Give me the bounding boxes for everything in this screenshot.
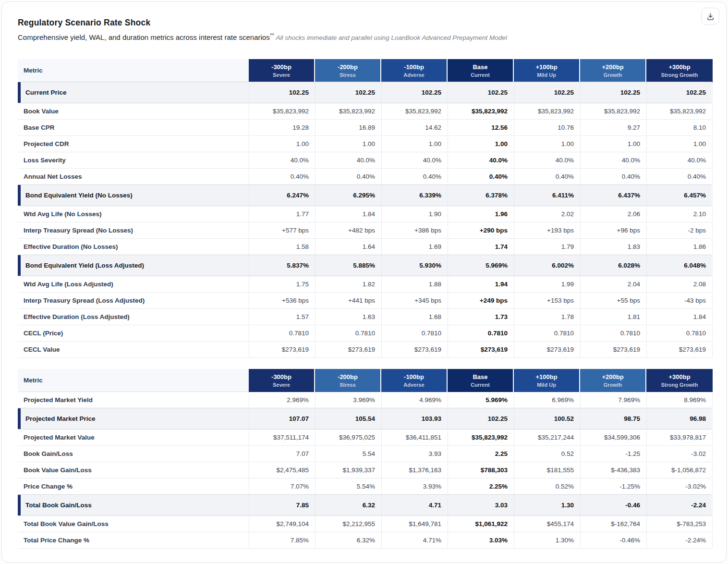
value-cell: 2.04 <box>580 276 646 292</box>
scenario-name-label: Adverse <box>403 382 424 388</box>
metric-label: Projected Market Price <box>18 408 249 429</box>
value-cell: 1.00 <box>315 136 381 152</box>
value-cell: 2.969% <box>249 392 315 408</box>
table-row: Total Book Gain/Loss7.856.324.713.031.30… <box>18 495 712 516</box>
metric-label: Projected Market Value <box>18 429 249 445</box>
scenario-shock-label: -300bp <box>271 63 291 71</box>
value-cell: $35,217,244 <box>514 429 580 445</box>
download-button[interactable] <box>701 8 719 25</box>
scenario-name-label: Mild Up <box>537 382 556 388</box>
scenario-column-header: BaseCurrent <box>448 59 514 82</box>
scenario-column-header: +100bpMild Up <box>514 59 580 82</box>
value-cell: 1.88 <box>381 276 448 292</box>
scenario-name-label: Stress <box>340 382 356 388</box>
value-cell: 6.32% <box>315 532 381 548</box>
value-cell: 1.00 <box>514 136 580 152</box>
value-cell: 8.10 <box>646 120 713 135</box>
scenario-shock-label: +300bp <box>668 373 690 381</box>
value-cell: +55 bps <box>580 293 646 308</box>
footnote-text: All shocks immediate and parallel using … <box>276 34 507 41</box>
value-cell: 3.93% <box>381 478 448 494</box>
metric-label: Bond Equivalent Yield (Loss Adjusted) <box>18 255 249 276</box>
value-cell: +96 bps <box>580 222 646 238</box>
value-cell: 0.7810 <box>580 325 646 341</box>
metric-label: Wtd Avg Life (No Losses) <box>18 206 249 222</box>
value-cell: 0.40% <box>646 169 713 184</box>
metric-label: CECL Value <box>18 342 249 357</box>
value-cell: 2.25% <box>448 478 514 494</box>
table-row: Bond Equivalent Yield (No Losses)6.247%6… <box>18 185 712 206</box>
metric-column-header: Metric <box>18 369 249 392</box>
page-title: Regulatory Scenario Rate Shock <box>18 18 712 28</box>
metric-label: Book Gain/Loss <box>18 446 249 462</box>
metric-label: Projected Market Yield <box>18 392 249 408</box>
value-cell: $273,619 <box>646 342 713 357</box>
table-row: Book Value Gain/Loss$2,475,485$1,939,337… <box>18 462 712 478</box>
table-row: Projected Market Value$37,511,174$36,975… <box>18 429 712 446</box>
value-cell: 6.028% <box>580 255 646 276</box>
value-cell: $181,555 <box>514 462 580 478</box>
table-row: Interp Treasury Spread (No Losses)+577 b… <box>18 222 712 239</box>
metric-label: Projected CDR <box>18 136 249 152</box>
value-cell: 5.885% <box>315 255 381 276</box>
scenario-column-header: -300bpSevere <box>249 59 315 82</box>
scenario-name-label: Current <box>471 382 490 388</box>
value-cell: 4.969% <box>381 392 448 408</box>
value-cell: 7.85 <box>249 495 315 515</box>
scenario-column-header: BaseCurrent <box>448 369 514 392</box>
value-cell: $273,619 <box>315 342 381 357</box>
table-row: Effective Duration (No Losses)1.581.641.… <box>18 239 712 255</box>
value-cell: 1.57 <box>249 309 315 325</box>
table-row: Base CPR19.2816.8914.6212.5610.769.278.1… <box>18 120 712 136</box>
value-cell: 5.969% <box>448 255 514 276</box>
value-cell: 1.94 <box>448 276 514 292</box>
value-cell: 0.40% <box>381 169 448 184</box>
value-cell: 3.03 <box>448 495 514 515</box>
value-cell: 40.0% <box>381 152 448 168</box>
value-cell: 96.98 <box>646 408 713 429</box>
value-cell: 102.25 <box>448 408 514 429</box>
table-row: Interp Treasury Spread (Loss Adjusted)+5… <box>18 293 712 309</box>
value-cell: 1.79 <box>514 239 580 255</box>
value-cell: 6.437% <box>580 185 646 206</box>
metric-label: Current Price <box>18 82 249 103</box>
value-cell: 6.411% <box>514 185 580 206</box>
table-row: Price Change %7.07%5.54%3.93%2.25%0.52%-… <box>18 478 712 495</box>
value-cell: -1.25% <box>580 478 646 494</box>
value-cell: 4.71% <box>381 532 448 548</box>
value-cell: -43 bps <box>646 293 713 308</box>
value-cell: 1.83 <box>580 239 646 255</box>
table-row: Wtd Avg Life (Loss Adjusted)1.751.821.88… <box>18 276 712 293</box>
value-cell: 1.99 <box>514 276 580 292</box>
value-cell: $36,975,025 <box>315 429 381 445</box>
table-row: Annual Net Losses0.40%0.40%0.40%0.40%0.4… <box>18 169 712 185</box>
metric-label: Bond Equivalent Yield (No Losses) <box>18 185 249 206</box>
rate-shock-card: Regulatory Scenario Rate Shock Comprehen… <box>1 1 727 563</box>
value-cell: 1.30% <box>514 532 580 548</box>
scenario-name-label: Current <box>471 72 490 78</box>
table-row: Current Price102.25102.25102.25102.25102… <box>18 82 712 103</box>
value-cell: 1.73 <box>448 309 514 325</box>
value-cell: 40.0% <box>315 152 381 168</box>
value-cell: 1.74 <box>448 239 514 255</box>
value-cell: 103.93 <box>381 408 448 429</box>
scenario-column-header: -300bpSevere <box>249 369 315 392</box>
value-cell: 102.25 <box>381 82 448 103</box>
scenario-shock-label: -200bp <box>338 373 358 381</box>
value-cell: -2.24 <box>646 495 713 515</box>
value-cell: 5.930% <box>381 255 448 276</box>
value-cell: 1.69 <box>381 239 448 255</box>
value-cell: 9.27 <box>580 120 646 135</box>
value-cell: 6.32 <box>315 495 381 515</box>
metric-label: Price Change % <box>18 478 249 494</box>
value-cell: +249 bps <box>448 293 514 308</box>
value-cell: 40.0% <box>646 152 713 168</box>
table-row: CECL Value$273,619$273,619$273,619$273,6… <box>18 342 712 358</box>
value-cell: 1.00 <box>381 136 448 152</box>
value-cell: -3.02% <box>646 478 713 494</box>
value-cell: -2.24% <box>646 532 713 548</box>
table-row: Book Gain/Loss7.075.543.932.250.52-1.25-… <box>18 446 712 462</box>
value-cell: 5.54 <box>315 446 381 462</box>
metric-label: Loss Severity <box>18 152 249 168</box>
value-cell: 102.25 <box>514 82 580 103</box>
